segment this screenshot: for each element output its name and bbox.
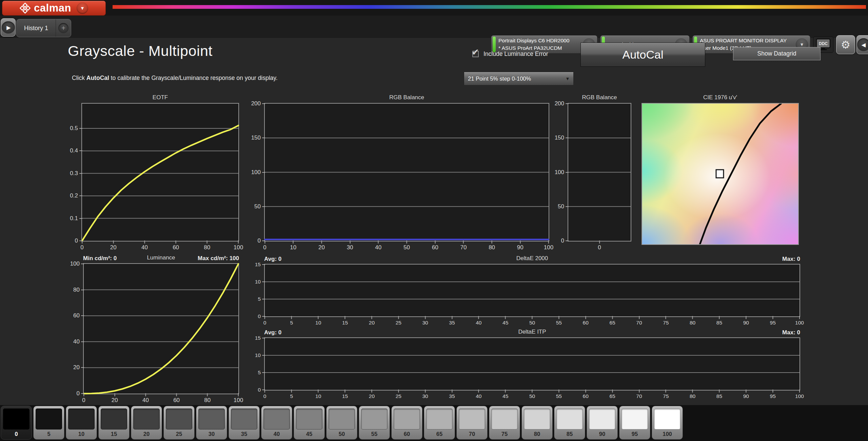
svg-text:DDC: DDC — [819, 41, 828, 46]
x-tick-label: 15 — [342, 390, 348, 399]
y-tick-label: 0.2 — [70, 192, 82, 199]
patch-swatch — [426, 408, 453, 429]
gray-patch-20[interactable]: 20 — [131, 406, 162, 440]
add-tab-button[interactable]: + — [56, 23, 71, 33]
gray-patch-40[interactable]: 40 — [261, 406, 292, 440]
eotf-title: EOTF — [81, 94, 239, 101]
calman-menu-button[interactable]: calman ▼ — [2, 1, 106, 16]
x-tick-label: 35 — [449, 390, 455, 399]
x-tick-label: 40 — [375, 240, 381, 251]
x-tick-label: 60 — [173, 393, 180, 404]
patch-label: 50 — [339, 431, 345, 437]
include-luminance-error-checkbox[interactable]: ✔ Include Luminance Error — [472, 50, 548, 58]
show-datagrid-button[interactable]: Show Datagrid — [733, 47, 821, 60]
collapse-panel-button[interactable]: ◀ — [856, 35, 868, 54]
y-tick-label: 200 — [251, 100, 265, 107]
settings-button[interactable]: ⚙ — [836, 35, 855, 54]
gray-patch-30[interactable]: 30 — [196, 406, 227, 440]
x-tick-label: 45 — [502, 316, 508, 326]
main-menu-chevron-icon[interactable]: ▼ — [77, 2, 88, 14]
patch-swatch — [329, 408, 355, 429]
x-tick-label: 90 — [743, 390, 749, 399]
patch-swatch — [394, 408, 420, 429]
x-tick-label: 100 — [234, 393, 243, 404]
y-tick-label: 5 — [258, 296, 265, 302]
tab-history-1[interactable]: History 1 + — [16, 19, 71, 37]
expand-panel-button[interactable]: ▶ — [1, 18, 16, 37]
patch-label: 5 — [47, 431, 50, 437]
x-tick-label: 95 — [770, 316, 776, 326]
gray-patch-90[interactable]: 90 — [587, 406, 618, 440]
x-tick-label: 60 — [583, 390, 589, 399]
gray-patch-15[interactable]: 15 — [98, 406, 130, 440]
sample-points-dropdown[interactable]: 21 Point 5% step 0-100% ▼ — [464, 72, 574, 85]
x-tick-label: 85 — [716, 316, 722, 326]
x-tick-label: 10 — [315, 390, 321, 399]
gray-patch-50[interactable]: 50 — [326, 406, 357, 440]
deltae-itp-plot-area: 0510150510152025303540455055606570758085… — [264, 337, 800, 391]
gray-patch-100[interactable]: 100 — [652, 406, 683, 440]
x-tick-label: 10 — [315, 316, 321, 326]
x-tick-label: 0 — [82, 393, 85, 404]
gray-patch-75[interactable]: 75 — [489, 406, 520, 440]
x-tick-label: 70 — [636, 316, 642, 326]
autocal-button[interactable]: AutoCal — [580, 43, 705, 67]
rgb-balance-main-plot-area: 0501001502000102030405060708090100 — [264, 103, 549, 241]
x-tick-label: 100 — [544, 240, 553, 251]
gray-patch-25[interactable]: 25 — [163, 406, 195, 440]
x-tick-label: 0 — [80, 240, 83, 251]
gray-patch-45[interactable]: 45 — [294, 406, 325, 440]
rgb-balance-point-chart: RGB Balance0501001502000 — [568, 103, 631, 241]
y-tick-label: 0.1 — [70, 215, 82, 222]
patch-swatch — [101, 408, 127, 429]
x-tick-label: 0 — [263, 316, 267, 326]
x-tick-label: 80 — [204, 393, 211, 404]
patch-label: 70 — [469, 431, 475, 437]
patch-swatch — [556, 408, 583, 429]
gray-patch-70[interactable]: 70 — [456, 406, 488, 440]
gray-patch-95[interactable]: 95 — [619, 406, 650, 440]
y-tick-label: 0.5 — [70, 125, 82, 132]
points-dropdown-value: 21 Point 5% step 0-100% — [464, 76, 562, 82]
x-tick-label: 25 — [396, 390, 401, 399]
patch-label: 75 — [501, 431, 508, 437]
patch-label: 65 — [436, 431, 442, 437]
y-tick-label: 10 — [255, 352, 265, 358]
calman-logo-icon — [20, 3, 31, 14]
y-tick-label: 10 — [255, 279, 265, 285]
gray-patch-85[interactable]: 85 — [554, 406, 585, 440]
y-tick-label: 60 — [73, 312, 84, 319]
x-tick-label: 15 — [342, 316, 348, 326]
gray-patch-65[interactable]: 65 — [424, 406, 455, 440]
gray-patch-35[interactable]: 35 — [229, 406, 260, 440]
chevron-down-icon: ▼ — [562, 76, 573, 81]
x-tick-label: 30 — [347, 240, 353, 251]
patch-label: 95 — [632, 431, 638, 437]
plus-icon: + — [58, 23, 68, 33]
x-tick-label: 100 — [795, 390, 804, 399]
patch-label: 60 — [404, 431, 410, 437]
rgb-balance-point-title: RGB Balance — [568, 94, 631, 101]
device-line1: Portrait Displays C6 HDR2000 — [498, 37, 581, 44]
checkbox-checked-icon[interactable]: ✔ — [472, 50, 479, 58]
patch-label: 0 — [15, 431, 18, 437]
gray-patch-0[interactable]: 0 — [1, 406, 32, 440]
x-tick-label: 80 — [690, 390, 695, 399]
deltae-2000-title: DeltaE 2000 — [264, 255, 800, 262]
x-tick-label: 95 — [770, 390, 776, 399]
gray-patch-60[interactable]: 60 — [391, 406, 422, 440]
gray-patch-80[interactable]: 80 — [521, 406, 553, 440]
x-tick-label: 30 — [422, 390, 428, 399]
daylight-locus-curve — [700, 104, 781, 244]
gray-patch-10[interactable]: 10 — [66, 406, 97, 440]
gray-patch-5[interactable]: 5 — [33, 406, 64, 440]
patch-swatch — [231, 408, 257, 429]
luminance-plot-area: 020406080100020406080100 — [83, 263, 239, 394]
pattern-toolbar: 0 5 10 15 20 25 30 35 40 45 50 — [0, 405, 868, 441]
x-tick-label: 20 — [369, 390, 375, 399]
gray-patch-55[interactable]: 55 — [359, 406, 390, 440]
y-tick-label: 15 — [255, 261, 265, 268]
x-tick-label: 20 — [318, 240, 325, 251]
tab-label: History 1 — [17, 25, 56, 32]
gear-icon: ⚙ — [841, 39, 850, 51]
